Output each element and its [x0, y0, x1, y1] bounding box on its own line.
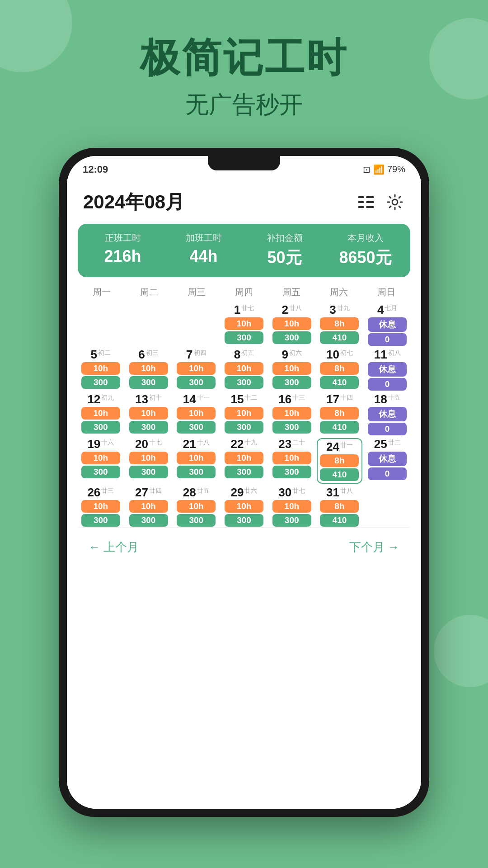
- work-hours-badge: 10h: [129, 407, 168, 420]
- calendar-cell[interactable]: 13初十10h300: [126, 393, 172, 435]
- work-hours-badge: 10h: [81, 407, 120, 420]
- day-lunar: 初七: [340, 349, 353, 356]
- calendar-cell[interactable]: 6初三10h300: [126, 349, 172, 391]
- day-number: 2: [282, 304, 288, 316]
- calendar-cell[interactable]: 29廿六10h300: [221, 486, 267, 527]
- calendar-cell[interactable]: 22十九10h300: [221, 438, 267, 484]
- day-lunar: 十六: [101, 439, 114, 445]
- rest-badge: 休息: [368, 452, 407, 466]
- phone-screen: 12:09 ⊡ 📶 79% 2024年08月: [67, 156, 421, 809]
- calendar-cell[interactable]: [126, 304, 172, 346]
- calendar-cell[interactable]: 5初二10h300: [78, 349, 124, 391]
- calendar-cell[interactable]: 28廿五10h300: [173, 486, 219, 527]
- calendar-cell[interactable]: 17十四8h410: [317, 393, 363, 435]
- day-lunar: 廿七: [241, 305, 254, 311]
- calendar-cell[interactable]: 15十二10h300: [221, 393, 267, 435]
- day-lunar: 初十: [149, 394, 162, 401]
- work-hours-badge: 8h: [320, 454, 359, 467]
- calendar-cell[interactable]: 9初六10h300: [269, 349, 315, 391]
- work-hours-badge: 8h: [320, 500, 359, 513]
- day-number: 6: [138, 349, 145, 360]
- calendar-cell[interactable]: 18十五休息0: [364, 393, 410, 435]
- weekday-tue: 周二: [125, 284, 173, 300]
- day-number: 5: [91, 349, 97, 360]
- calendar-cell[interactable]: 24廿一8h410: [317, 438, 363, 484]
- weekday-wed: 周三: [173, 284, 220, 300]
- day-number: 30: [278, 486, 291, 498]
- divider: [78, 527, 410, 528]
- calendar-cell[interactable]: 23二十10h300: [269, 438, 315, 484]
- calendar-cell[interactable]: [78, 304, 124, 346]
- day-number: 20: [135, 438, 148, 450]
- calendar-cell[interactable]: 1廿七10h300: [221, 304, 267, 346]
- day-lunar: 二十: [292, 439, 305, 445]
- work-hours-badge: 10h: [129, 500, 168, 513]
- day-lunar: 廿四: [149, 487, 162, 494]
- stats-bar: 正班工时 216h 加班工时 44h 补扣金额 50元 本月收入 8650元: [78, 224, 410, 277]
- calendar-cell[interactable]: 4七月休息0: [364, 304, 410, 346]
- rest-earn-badge: 0: [368, 333, 407, 346]
- nav-bar[interactable]: ← 上个月 下个月 →: [67, 532, 421, 562]
- app-header: 2024年08月: [67, 179, 421, 224]
- calendar-cell[interactable]: 12初九10h300: [78, 393, 124, 435]
- settings-icon[interactable]: [385, 192, 405, 212]
- calendar-cell[interactable]: 10初七8h410: [317, 349, 363, 391]
- calendar-cell[interactable]: 14十一10h300: [173, 393, 219, 435]
- calendar-cell[interactable]: 20十七10h300: [126, 438, 172, 484]
- day-number: 26: [87, 486, 100, 498]
- list-icon[interactable]: [356, 192, 376, 212]
- svg-rect-1: [366, 196, 374, 198]
- work-hours-badge: 10h: [272, 407, 311, 420]
- earning-badge: 300: [81, 376, 120, 389]
- day-lunar: 廿一: [340, 442, 353, 448]
- stat-label-deduction: 补扣金额: [244, 232, 325, 244]
- calendar-cell[interactable]: 11初八休息0: [364, 349, 410, 391]
- next-month-button[interactable]: 下个月 →: [349, 539, 399, 555]
- work-hours-badge: 10h: [129, 362, 168, 375]
- app-header-title: 2024年08月: [83, 189, 184, 215]
- calendar-cell[interactable]: 19十六10h300: [78, 438, 124, 484]
- calendar-cell[interactable]: 2廿八10h300: [269, 304, 315, 346]
- day-number: 15: [231, 393, 244, 405]
- calendar-cell[interactable]: [173, 304, 219, 346]
- earning-badge: 300: [225, 376, 263, 389]
- weekday-mon: 周一: [78, 284, 125, 300]
- hero-section: 极简记工时 无广告秒开: [0, 0, 488, 134]
- day-number: 16: [278, 393, 291, 405]
- day-lunar: 廿九: [337, 305, 350, 311]
- stat-value-overtime: 44h: [163, 247, 244, 266]
- calendar-cell[interactable]: 26廿三10h300: [78, 486, 124, 527]
- earning-badge: 300: [225, 514, 263, 527]
- status-icons: ⊡ 📶 79%: [363, 164, 405, 175]
- svg-rect-0: [358, 196, 364, 198]
- calendar-cell[interactable]: 21十八10h300: [173, 438, 219, 484]
- svg-point-6: [392, 199, 398, 205]
- calendar-cell[interactable]: 30廿七10h300: [269, 486, 315, 527]
- day-number: 1: [234, 304, 240, 316]
- calendar-cell[interactable]: 16十三10h300: [269, 393, 315, 435]
- work-hours-badge: 10h: [225, 500, 263, 513]
- calendar-cell[interactable]: 31廿八8h410: [317, 486, 363, 527]
- work-hours-badge: 10h: [225, 362, 263, 375]
- calendar-cell[interactable]: 7初四10h300: [173, 349, 219, 391]
- day-lunar: 初六: [289, 349, 302, 356]
- calendar-cell[interactable]: 8初五10h300: [221, 349, 267, 391]
- day-lunar: 初二: [98, 349, 111, 356]
- status-time: 12:09: [83, 164, 108, 175]
- day-number: 25: [374, 438, 387, 450]
- rest-badge: 休息: [368, 362, 407, 377]
- day-number: 10: [326, 349, 339, 360]
- stat-overtime-hours: 加班工时 44h: [163, 232, 244, 269]
- day-number: 12: [87, 393, 100, 405]
- day-number: 23: [278, 438, 291, 450]
- day-number: 7: [186, 349, 192, 360]
- day-lunar: 七月: [385, 305, 397, 311]
- prev-month-button[interactable]: ← 上个月: [89, 539, 139, 555]
- work-hours-badge: 8h: [320, 407, 359, 420]
- calendar-cell[interactable]: 27廿四10h300: [126, 486, 172, 527]
- work-hours-badge: 10h: [177, 407, 216, 420]
- calendar-cell[interactable]: [364, 486, 410, 527]
- calendar-cell[interactable]: 25廿二休息0: [364, 438, 410, 484]
- work-hours-badge: 10h: [272, 317, 311, 330]
- calendar-cell[interactable]: 3廿九8h410: [317, 304, 363, 346]
